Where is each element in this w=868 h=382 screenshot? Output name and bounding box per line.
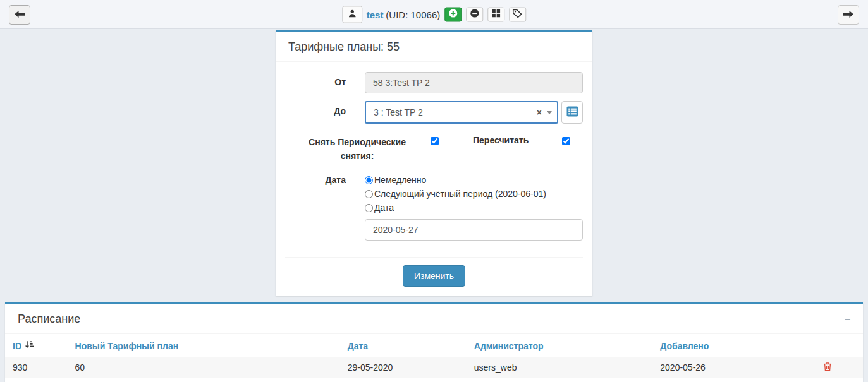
remove-periodic-checkbox[interactable] [431, 137, 439, 145]
tag-icon [513, 9, 523, 20]
cell-added: 2020-05-26 [655, 378, 792, 382]
tags-button[interactable] [509, 7, 526, 21]
radio-next-period[interactable] [365, 190, 373, 198]
from-tariff-input [365, 72, 583, 93]
header-new-tariff-plan[interactable]: Новый Тарифный план [70, 334, 343, 357]
date-row: Дата Немедленно Следующий учётный период… [285, 173, 583, 241]
remove-periodic-label: Снять Периодические снятия: [304, 135, 410, 163]
cell-id: 931 [5, 378, 70, 382]
cell-plan: 57 [70, 378, 343, 382]
recalculate-label: Пересчитать [473, 135, 529, 145]
top-navigation-bar: test (UID: 10066) [0, 0, 868, 29]
to-label: До [285, 101, 346, 124]
form-footer: Изменить [285, 257, 583, 296]
user-toolbar: test (UID: 10066) [342, 6, 526, 23]
date-input[interactable] [365, 219, 583, 241]
cell-date: 28-05-2020 [343, 378, 469, 382]
delete-row-button[interactable] [823, 362, 832, 373]
header-id[interactable]: ID [5, 334, 70, 357]
radio-option-date[interactable]: Дата [365, 201, 583, 215]
header-administrator[interactable]: Администратор [469, 334, 656, 357]
from-label: От [285, 72, 346, 93]
recalculate-checkbox[interactable] [562, 137, 570, 145]
cell-plan: 60 [70, 357, 343, 378]
to-tariff-select[interactable]: 3 : Test TP 2 × [365, 101, 558, 124]
back-button[interactable] [9, 5, 30, 25]
checkboxes-row: Снять Периодические снятия: Пересчитать [285, 131, 583, 170]
from-row: От [285, 72, 583, 93]
modules-grid-button[interactable] [487, 7, 504, 21]
table-row: 931 57 28-05-2020 abills 2020-05-26 [5, 378, 863, 382]
deposit-add-button[interactable] [444, 7, 462, 21]
user-login-link[interactable]: test [367, 9, 384, 20]
cell-date: 29-05-2020 [343, 357, 469, 378]
radio-option-immediately[interactable]: Немедленно [365, 173, 583, 187]
schedule-panel: Расписание − ID Новый Тарифный план Дата… [5, 302, 863, 382]
radio-immediately[interactable] [365, 176, 373, 184]
to-tariff-selected-value: 3 : Test TP 2 [374, 107, 533, 117]
date-label: Дата [285, 173, 346, 241]
collapse-panel-button[interactable]: − [845, 315, 850, 324]
header-date[interactable]: Дата [343, 334, 469, 357]
arrow-left-icon [15, 10, 25, 20]
tariff-form: От До 3 : Test TP 2 × Снять [276, 62, 592, 296]
cell-admin: abills [469, 378, 656, 382]
cell-id: 930 [5, 357, 70, 378]
header-added[interactable]: Добавлено [655, 334, 792, 357]
schedule-panel-heading: Расписание − [5, 304, 863, 334]
table-row: 930 60 29-05-2020 users_web 2020-05-26 [5, 357, 863, 378]
tariff-list-button[interactable] [561, 101, 583, 124]
schedule-panel-title: Расписание [18, 313, 80, 326]
tariff-panel-heading: Тарифные планы: 55 [276, 32, 592, 62]
chevron-down-icon [547, 111, 552, 114]
cell-admin: users_web [469, 357, 656, 378]
circle-minus-icon [470, 9, 479, 20]
schedule-table: ID Новый Тарифный план Дата Администрато… [5, 334, 863, 382]
withdraw-button[interactable] [466, 7, 483, 21]
header-id-label: ID [13, 341, 21, 351]
radio-immediately-label: Немедленно [374, 175, 426, 185]
sort-amount-icon [25, 340, 34, 351]
to-row: До 3 : Test TP 2 × [285, 101, 583, 124]
user-icon [348, 9, 357, 20]
grid-icon [492, 9, 500, 20]
clear-selection-icon[interactable]: × [533, 107, 546, 117]
radio-option-next-period[interactable]: Следующий учётный период (2020-06-01) [365, 187, 583, 201]
trash-icon [823, 362, 832, 373]
forward-button[interactable] [838, 5, 859, 25]
tariff-panel-title: Тарифные планы: 55 [288, 40, 400, 54]
circle-plus-icon [448, 9, 458, 20]
radio-next-period-label: Следующий учётный период (2020-06-01) [374, 189, 546, 199]
cell-added: 2020-05-26 [655, 357, 792, 378]
arrow-right-icon [843, 10, 853, 20]
user-uid-text: (UID: 10066) [386, 9, 440, 20]
change-button[interactable]: Изменить [403, 265, 465, 287]
schedule-table-header-row: ID Новый Тарифный план Дата Администрато… [5, 334, 863, 357]
radio-date-label: Дата [374, 203, 394, 213]
header-actions [792, 334, 863, 357]
list-alt-icon [566, 106, 578, 119]
tariff-plan-panel: Тарифные планы: 55 От До 3 : Test TP 2 × [276, 30, 592, 296]
radio-date[interactable] [365, 204, 373, 212]
user-profile-button[interactable] [342, 6, 362, 23]
